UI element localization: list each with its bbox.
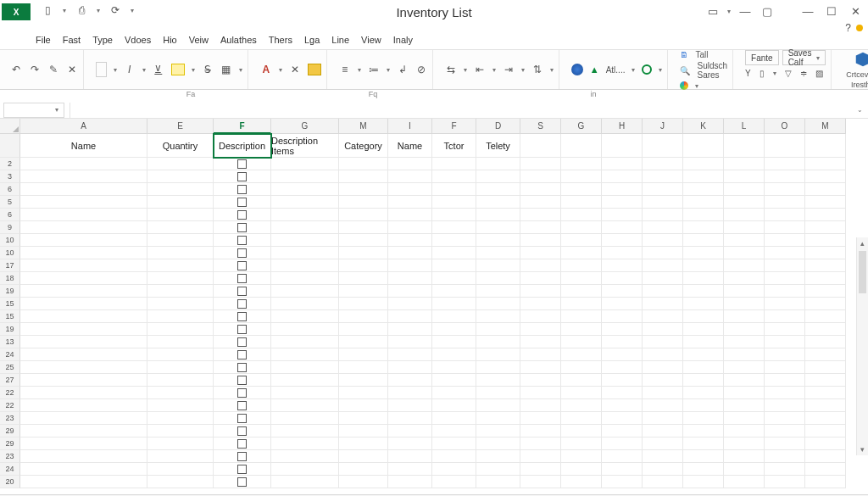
cell[interactable] <box>643 450 683 463</box>
borders-icon[interactable]: ▦ <box>220 64 232 75</box>
cell[interactable] <box>214 425 271 437</box>
col-header[interactable]: D <box>476 119 520 134</box>
row-number[interactable]: 15 <box>0 310 20 323</box>
col-header[interactable]: F <box>432 119 476 134</box>
cell[interactable] <box>561 361 602 374</box>
checkbox-icon[interactable] <box>237 312 247 321</box>
checkbox-icon[interactable] <box>237 210 247 220</box>
cell[interactable] <box>805 247 846 259</box>
cell[interactable] <box>643 170 683 183</box>
qat-new-icon[interactable]: ▯ <box>42 5 53 15</box>
cell[interactable] <box>214 209 271 221</box>
cell[interactable] <box>271 183 339 196</box>
row-number[interactable]: 29 <box>0 425 20 437</box>
select-all-cell[interactable] <box>0 119 20 134</box>
header-cell[interactable] <box>765 134 805 158</box>
cell[interactable] <box>683 323 724 336</box>
cell[interactable] <box>271 463 339 476</box>
cell[interactable] <box>724 170 765 183</box>
cell[interactable] <box>214 361 271 374</box>
close-icon[interactable]: ✕ <box>848 3 863 19</box>
cell[interactable] <box>147 412 214 425</box>
cell[interactable] <box>520 374 561 387</box>
cell[interactable] <box>20 348 147 361</box>
cell[interactable] <box>643 183 683 196</box>
cell[interactable] <box>147 463 214 476</box>
col-header[interactable]: K <box>683 119 724 134</box>
cell[interactable] <box>561 196 602 209</box>
cell[interactable] <box>561 234 602 247</box>
cell[interactable] <box>520 348 561 361</box>
merge-icon[interactable]: ⇆ <box>445 64 457 75</box>
cell[interactable] <box>271 298 339 310</box>
cell[interactable] <box>724 348 765 361</box>
cell[interactable] <box>724 221 765 234</box>
cell[interactable] <box>561 221 602 234</box>
format-filter-icon[interactable]: ▽ <box>785 69 792 78</box>
cell[interactable] <box>214 437 271 450</box>
clear-icon[interactable]: ✕ <box>66 64 78 75</box>
col-header[interactable]: M <box>339 119 388 134</box>
cell[interactable] <box>271 476 339 488</box>
cell[interactable] <box>805 158 846 170</box>
cell[interactable] <box>683 272 724 285</box>
menu-fast[interactable]: Fast <box>63 35 81 45</box>
row-number[interactable]: 29 <box>0 437 20 450</box>
checkbox-icon[interactable] <box>237 223 247 232</box>
header-cell[interactable]: Description <box>214 134 271 158</box>
minimize-inner-icon[interactable]: — <box>737 3 753 19</box>
checkbox-icon[interactable] <box>237 439 247 449</box>
clear-format-icon[interactable]: ✕ <box>289 64 301 75</box>
cell[interactable] <box>388 463 432 476</box>
cell[interactable] <box>432 285 476 298</box>
cell[interactable] <box>602 209 643 221</box>
cell[interactable] <box>147 323 214 336</box>
header-cell[interactable] <box>805 134 846 158</box>
cell[interactable] <box>214 399 271 412</box>
cell[interactable] <box>20 259 147 272</box>
cell[interactable] <box>214 298 271 310</box>
format-y-icon[interactable]: Y <box>745 69 751 78</box>
row-number[interactable]: 22 <box>0 387 20 399</box>
cell[interactable] <box>339 374 388 387</box>
menu-line[interactable]: Line <box>331 35 349 45</box>
cell[interactable] <box>765 463 805 476</box>
cell[interactable] <box>388 476 432 488</box>
cell[interactable] <box>683 425 724 437</box>
cell[interactable] <box>724 387 765 399</box>
cell[interactable] <box>724 412 765 425</box>
menu-inaly[interactable]: Inaly <box>393 35 413 45</box>
cell[interactable] <box>339 399 388 412</box>
cell[interactable] <box>683 348 724 361</box>
cell[interactable] <box>520 272 561 285</box>
cell[interactable] <box>214 234 271 247</box>
cell[interactable] <box>388 196 432 209</box>
redo-icon[interactable]: ↷ <box>29 64 41 75</box>
cell[interactable] <box>339 247 388 259</box>
row-number[interactable]: 20 <box>0 476 20 488</box>
checkbox-icon[interactable] <box>237 465 247 474</box>
cell[interactable] <box>602 463 643 476</box>
cell[interactable] <box>388 247 432 259</box>
cell[interactable] <box>683 170 724 183</box>
cell[interactable] <box>20 387 147 399</box>
cell[interactable] <box>339 209 388 221</box>
cell[interactable] <box>476 247 520 259</box>
cell[interactable] <box>805 463 846 476</box>
cell[interactable] <box>724 158 765 170</box>
cell[interactable] <box>724 285 765 298</box>
cell[interactable] <box>765 158 805 170</box>
row-number[interactable]: 10 <box>0 234 20 247</box>
cell[interactable] <box>683 476 724 488</box>
cell[interactable] <box>147 209 214 221</box>
restore-inner-icon[interactable]: ▢ <box>760 3 775 19</box>
cell[interactable] <box>214 285 271 298</box>
cell[interactable] <box>432 463 476 476</box>
cell[interactable] <box>805 412 846 425</box>
cell[interactable] <box>339 272 388 285</box>
cell[interactable] <box>643 437 683 450</box>
cell[interactable] <box>339 425 388 437</box>
checkbox-icon[interactable] <box>237 198 247 207</box>
cell[interactable] <box>388 437 432 450</box>
cell[interactable] <box>388 285 432 298</box>
